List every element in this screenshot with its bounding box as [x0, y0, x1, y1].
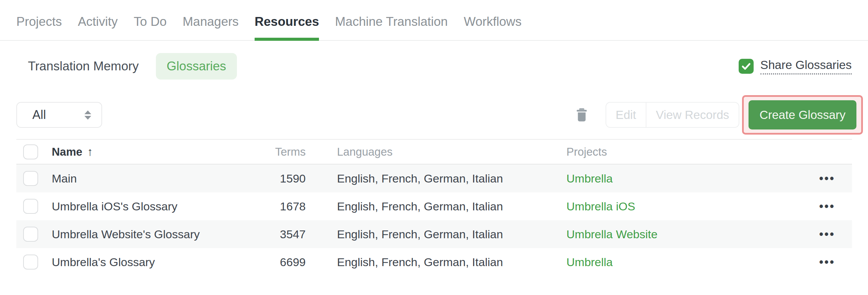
name-header-label: Name — [52, 145, 82, 158]
trash-icon — [575, 107, 589, 122]
select-all-checkbox[interactable] — [23, 144, 38, 159]
row-checkbox-cell — [16, 255, 52, 270]
view-records-button[interactable]: View Records — [646, 103, 739, 127]
row-checkbox[interactable] — [23, 199, 38, 214]
project-link[interactable]: Umbrella Website — [566, 228, 658, 241]
row-menu-button[interactable]: ••• — [819, 256, 835, 268]
row-checkbox[interactable] — [23, 227, 38, 242]
glossary-name: Umbrella Website's Glossary — [52, 228, 255, 241]
glossary-languages: English, French, German, Italian — [306, 228, 566, 241]
share-glossaries-label[interactable]: Share Glossaries — [760, 58, 852, 74]
nav-tab-resources[interactable]: Resources — [255, 15, 319, 40]
glossary-terms-count: 3547 — [255, 228, 306, 241]
glossary-languages: English, French, German, Italian — [306, 172, 566, 185]
row-checkbox[interactable] — [23, 171, 38, 186]
glossary-name: Main — [52, 172, 255, 185]
share-glossaries-toggle[interactable]: Share Glossaries — [739, 58, 852, 74]
ellipsis-icon: ••• — [819, 171, 835, 185]
project-link[interactable]: Umbrella — [566, 172, 613, 185]
glossary-terms-count: 1590 — [255, 172, 306, 185]
delete-glossary-button[interactable] — [575, 107, 589, 122]
glossary-terms-count: 6699 — [255, 256, 306, 269]
create-glossary-highlight: Create Glossary — [742, 95, 863, 135]
table-row: Umbrella Website's Glossary 3547 English… — [16, 220, 852, 248]
nav-tab-machine-translation[interactable]: Machine Translation — [335, 15, 448, 40]
table-row: Main 1590 English, French, German, Itali… — [16, 164, 852, 192]
ellipsis-icon: ••• — [819, 255, 835, 269]
glossary-toolbar: All Edit View Records Create Glossary — [16, 95, 863, 135]
nav-tab-managers[interactable]: Managers — [183, 15, 239, 40]
row-checkbox-cell — [16, 199, 52, 214]
nav-tab-activity[interactable]: Activity — [78, 15, 118, 40]
create-glossary-button[interactable]: Create Glossary — [749, 100, 856, 129]
toolbar-actions: Edit View Records Create Glossary — [575, 95, 863, 135]
row-menu-button[interactable]: ••• — [819, 228, 835, 240]
glossary-name: Umbrella iOS's Glossary — [52, 200, 255, 213]
nav-tab-projects[interactable]: Projects — [16, 15, 62, 40]
nav-tab-workflows[interactable]: Workflows — [464, 15, 521, 40]
header-checkbox-cell — [16, 144, 52, 159]
project-link[interactable]: Umbrella iOS — [566, 200, 635, 213]
ellipsis-icon: ••• — [819, 227, 835, 241]
selection-actions-group: Edit View Records — [606, 102, 740, 128]
column-header-terms[interactable]: Terms — [255, 145, 306, 158]
table-row: Umbrella's Glossary 6699 English, French… — [16, 248, 852, 276]
unfold-more-icon — [84, 110, 91, 120]
resource-subtabs: Translation Memory Glossaries — [17, 53, 237, 80]
glossary-filter-select[interactable]: All — [16, 102, 102, 128]
table-row: Umbrella iOS's Glossary 1678 English, Fr… — [16, 192, 852, 220]
nav-tab-todo[interactable]: To Do — [134, 15, 167, 40]
glossary-name: Umbrella's Glossary — [52, 256, 255, 269]
glossary-languages: English, French, German, Italian — [306, 256, 566, 269]
column-header-name[interactable]: Name ↑ — [52, 145, 255, 158]
subheader: Translation Memory Glossaries Share Glos… — [17, 53, 852, 80]
row-checkbox-cell — [16, 171, 52, 186]
checkmark-icon — [741, 61, 751, 71]
ellipsis-icon: ••• — [819, 199, 835, 213]
subtab-translation-memory[interactable]: Translation Memory — [17, 53, 150, 80]
share-glossaries-checkbox[interactable] — [739, 59, 754, 74]
glossary-filter-value: All — [32, 108, 46, 122]
table-header-row: Name ↑ Terms Languages Projects — [16, 140, 852, 164]
edit-button[interactable]: Edit — [606, 103, 646, 127]
row-menu-button[interactable]: ••• — [819, 200, 835, 212]
column-header-projects[interactable]: Projects — [566, 145, 799, 158]
subtab-glossaries[interactable]: Glossaries — [156, 53, 237, 80]
glossaries-table: Name ↑ Terms Languages Projects Main 159… — [16, 139, 852, 276]
glossary-languages: English, French, German, Italian — [306, 200, 566, 213]
glossary-terms-count: 1678 — [255, 200, 306, 213]
sort-ascending-icon: ↑ — [87, 145, 93, 158]
row-menu-button[interactable]: ••• — [819, 172, 835, 185]
row-checkbox[interactable] — [23, 255, 38, 270]
column-header-languages[interactable]: Languages — [306, 145, 566, 158]
row-checkbox-cell — [16, 227, 52, 242]
project-link[interactable]: Umbrella — [566, 256, 613, 268]
main-nav: Projects Activity To Do Managers Resourc… — [0, 0, 868, 41]
